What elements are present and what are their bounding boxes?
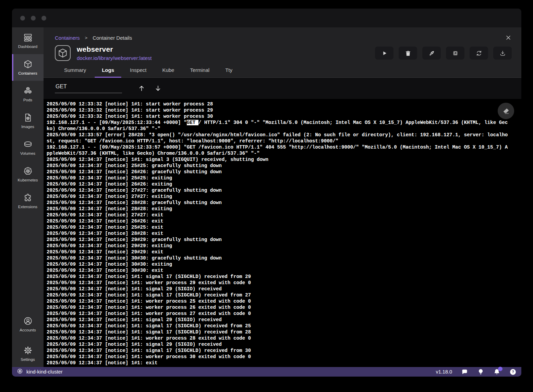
dashboard-icon bbox=[23, 33, 33, 42]
log-line: 2025/05/09 12:34:37 [notice] 1#1: exit bbox=[47, 360, 521, 366]
traffic-light-close[interactable] bbox=[20, 16, 25, 21]
breadcrumb-containers-link[interactable]: Containers bbox=[55, 35, 80, 41]
deploy-button[interactable] bbox=[422, 47, 441, 60]
svg-text:?: ? bbox=[512, 370, 514, 374]
help-button[interactable]: ? bbox=[509, 368, 517, 376]
log-line: 2025/05/09 12:34:37 [notice] 1#1: worker… bbox=[47, 311, 521, 317]
container-details-header: Containers > Container Details webserver… bbox=[44, 27, 521, 78]
sidebar-nav: DashboardContainersPodsImagesVolumesKube… bbox=[12, 27, 44, 367]
log-line: 192.168.127.1 - - [09/May/2025:12:33:57 … bbox=[47, 144, 521, 150]
tab-terminal[interactable]: Terminal bbox=[182, 67, 217, 77]
log-line: 2025/05/09 12:34:37 [notice] 1#1: signal… bbox=[47, 292, 521, 298]
log-line: 2025/05/09 12:34:37 [notice] 25#25: grac… bbox=[47, 163, 521, 169]
feedback-button[interactable] bbox=[461, 368, 468, 376]
log-line: 2025/05/09 12:34:37 [notice] 1#1: signal… bbox=[47, 286, 521, 292]
log-line: 2025/05/09 12:34:37 [notice] 29#29: exit bbox=[47, 249, 521, 255]
tab-summary[interactable]: Summary bbox=[56, 67, 94, 77]
traffic-light-zoom[interactable] bbox=[41, 16, 46, 21]
container-cube-icon bbox=[23, 60, 33, 69]
log-line: 2025/05/09 12:34:37 [notice] 30#30: grac… bbox=[47, 255, 521, 261]
sidebar-item-kubernetes[interactable]: Kubernetes bbox=[12, 161, 44, 188]
log-line: 2025/05/09 12:34:37 [notice] 1#1: signal… bbox=[47, 323, 521, 329]
question-icon: ? bbox=[509, 368, 517, 376]
sidebar-item-containers[interactable]: Containers bbox=[12, 54, 44, 81]
app-version: v1.18.0 bbox=[436, 369, 452, 375]
log-line: 2025/05/09 12:34:37 [notice] 1#1: signal… bbox=[47, 317, 521, 323]
sidebar-item-images[interactable]: Images bbox=[12, 108, 44, 134]
sidebar-item-volumes[interactable]: Volumes bbox=[12, 134, 44, 161]
notification-badge bbox=[498, 367, 502, 371]
sidebar-item-label: Settings bbox=[21, 357, 35, 362]
content-column: Containers > Container Details webserver… bbox=[44, 27, 521, 367]
sidebar-item-label: Containers bbox=[18, 71, 37, 75]
close-icon[interactable] bbox=[505, 34, 512, 41]
log-line: 2025/05/09 12:34:37 [notice] 28#28: exit bbox=[47, 230, 521, 237]
rocket-icon bbox=[428, 50, 435, 56]
sidebar-item-label: Kubernetes bbox=[18, 178, 38, 182]
clear-logs-button[interactable] bbox=[498, 103, 514, 119]
log-line: st, request: "GET /favicon.ico HTTP/1.1"… bbox=[47, 138, 521, 144]
details-tabs: SummaryLogsInspectKubeTerminalTty bbox=[55, 67, 512, 77]
log-line: ko) Chrome/136.0.0.0 Safari/537.36" "-" bbox=[47, 126, 521, 132]
log-line: 2025/05/09 12:34:37 [notice] 29#29: grac… bbox=[47, 237, 521, 243]
download-icon bbox=[499, 50, 506, 56]
main-row: DashboardContainersPodsImagesVolumesKube… bbox=[12, 27, 521, 367]
tab-logs[interactable]: Logs bbox=[94, 67, 122, 77]
delete-button[interactable] bbox=[399, 47, 417, 60]
log-line: 2025/05/09 12:34:37 [notice] 1#1: worker… bbox=[47, 354, 521, 360]
sidebar-item-dashboard[interactable]: Dashboard bbox=[12, 27, 44, 54]
find-next-button[interactable] bbox=[154, 85, 162, 92]
log-line: 2025/05/09 12:34:37 [notice] 1#1: signal… bbox=[47, 347, 521, 354]
volumes-icon bbox=[23, 140, 33, 149]
log-line: 2025/05/09 12:34:37 [notice] 1#1: signal… bbox=[47, 274, 521, 280]
log-line: 2025/05/09 12:34:37 [notice] 1#1: signal… bbox=[47, 156, 521, 163]
sidebar-item-pods[interactable]: Pods bbox=[12, 81, 44, 108]
sidebar-item-label: Images bbox=[21, 125, 34, 129]
images-icon bbox=[23, 113, 33, 122]
start-button[interactable] bbox=[375, 47, 393, 60]
log-line: 2025/05/09 12:33:57 [error] 28#28: *3 op… bbox=[47, 132, 521, 138]
kube-context-label: kind-kind-cluster bbox=[26, 369, 63, 375]
tab-tty[interactable]: Tty bbox=[217, 67, 240, 77]
page-title: webserver bbox=[77, 45, 152, 53]
log-line: 2025/05/09 12:34:37 [notice] 27#27: exit bbox=[47, 212, 521, 218]
image-reference-link[interactable]: docker.io/library/webserver:latest bbox=[77, 55, 152, 61]
find-previous-button[interactable] bbox=[138, 85, 145, 92]
log-line: 2025/05/09 12:34:37 [notice] 26#26: exit… bbox=[47, 181, 521, 187]
log-search-toolbar bbox=[44, 78, 521, 99]
log-line: 2025/05/09 12:34:37 [notice] 1#1: worker… bbox=[47, 304, 521, 311]
sidebar-item-accounts[interactable]: Accounts bbox=[12, 311, 44, 338]
status-bar-right: v1.18.0 ? bbox=[436, 368, 517, 376]
tab-inspect[interactable]: Inspect bbox=[122, 67, 154, 77]
close-icon bbox=[505, 34, 512, 41]
accounts-icon bbox=[23, 316, 33, 326]
window-titlebar bbox=[12, 9, 521, 27]
container-cube-icon bbox=[58, 48, 68, 58]
log-line: 2025/05/09 12:34:37 [notice] 29#29: exit… bbox=[47, 243, 521, 249]
container-action-bar bbox=[375, 47, 512, 60]
log-line: 2025/05/09 12:34:37 [notice] 1#1: worker… bbox=[47, 280, 521, 286]
kubernetes-icon bbox=[23, 166, 33, 176]
sidebar-item-label: Extensions bbox=[18, 205, 37, 209]
export-button[interactable] bbox=[493, 47, 512, 60]
log-line: 2025/05/09 12:34:37 [notice] 1#1: signal… bbox=[47, 341, 521, 347]
log-search-input[interactable] bbox=[55, 84, 122, 93]
breadcrumb-current: Container Details bbox=[93, 35, 132, 41]
sidebar-item-settings[interactable]: Settings bbox=[12, 340, 44, 367]
traffic-light-minimize[interactable] bbox=[31, 16, 36, 21]
log-line: 2025/05/09 12:34:37 [notice] 26#26: exit bbox=[47, 218, 521, 224]
tasks-button[interactable] bbox=[477, 368, 484, 376]
breadcrumb-separator: > bbox=[85, 35, 88, 40]
open-button[interactable] bbox=[446, 47, 464, 60]
notifications-button[interactable] bbox=[493, 368, 500, 376]
kube-context-selector[interactable]: kind-kind-cluster bbox=[17, 368, 63, 376]
search-match-highlight: GET bbox=[187, 120, 198, 125]
restart-button[interactable] bbox=[470, 47, 488, 60]
sidebar-item-extensions[interactable]: Extensions bbox=[12, 188, 44, 214]
sidebar-item-label: Volumes bbox=[20, 151, 35, 155]
open-external-icon bbox=[452, 50, 459, 56]
log-output[interactable]: 2025/05/09 12:33:32 [notice] 1#1: start … bbox=[44, 99, 521, 367]
log-line: 2025/05/09 12:33:32 [notice] 1#1: start … bbox=[47, 107, 521, 113]
app-window: DashboardContainersPodsImagesVolumesKube… bbox=[12, 9, 521, 377]
tab-kube[interactable]: Kube bbox=[154, 67, 182, 77]
